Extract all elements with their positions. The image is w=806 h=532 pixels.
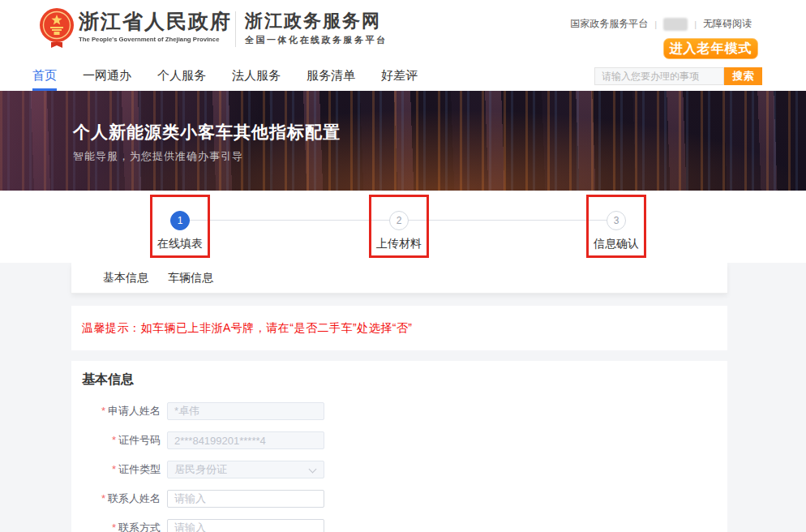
field-input[interactable]: 请输入 — [167, 490, 324, 508]
form-field-row: *申请人姓名 *卓伟 — [82, 402, 727, 420]
main-nav: 首页 一网通办 个人服务 法人服务 服务清单 好差评 搜索 — [0, 61, 806, 91]
field-label: *申请人姓名 — [82, 404, 161, 418]
gov-name-cn: 浙江省人民政府 — [79, 11, 242, 33]
page-subtitle: 智能导服，为您提供准确办事引导 — [73, 149, 243, 164]
field-input[interactable]: 居民身份证 — [167, 461, 324, 478]
search-button[interactable]: 搜索 — [724, 67, 762, 85]
field-label: *证件类型 — [82, 462, 161, 477]
nav-items: 首页 一网通办 个人服务 法人服务 服务清单 好差评 — [32, 61, 418, 91]
top-header: 浙江省人民政府 The People's Government of Zheji… — [0, 0, 806, 61]
senior-mode-button[interactable]: 进入老年模式 — [663, 38, 758, 59]
form-field-row: *证件类型 居民身份证 — [82, 461, 727, 478]
accessibility-link[interactable]: 无障碍阅读 — [703, 17, 752, 31]
step-label: 信息确认 — [594, 237, 639, 251]
field-input[interactable]: *卓伟 — [167, 402, 324, 420]
notice-panel: 温馨提示：如车辆已上非浙A号牌，请在“是否二手车”处选择“否” — [71, 306, 727, 350]
required-asterisk: * — [101, 492, 105, 504]
field-placeholder: 请输入 — [174, 521, 206, 532]
portal-tagline: 全国一体化在线政务服务平台 — [245, 34, 388, 46]
field-value: *卓伟 — [174, 404, 199, 418]
required-asterisk: * — [112, 463, 116, 475]
step-label: 在线填表 — [157, 237, 203, 251]
header-links: 国家政务服务平台 | | 无障碍阅读 — [570, 17, 752, 31]
chevron-down-icon — [309, 466, 317, 474]
required-asterisk: * — [112, 521, 116, 532]
redacted-username — [663, 18, 688, 31]
page-title: 个人新能源类小客车其他指标配置 — [73, 121, 341, 144]
nav-item[interactable]: 好差评 — [381, 61, 418, 91]
field-label: *联系人姓名 — [82, 491, 161, 506]
required-asterisk: * — [101, 405, 105, 417]
steps-section: 1 在线填表 2 上传材料 3 信息确认 — [0, 191, 806, 263]
tab-bar: 基本信息 车辆信息 — [71, 263, 727, 294]
tab[interactable]: 基本信息 — [103, 271, 148, 285]
form-field-row: *证件号码 2***84199201*****4 — [82, 431, 727, 449]
field-value: 2***84199201*****4 — [174, 435, 266, 447]
step-circle: 1 — [170, 211, 190, 230]
national-emblem-logo — [37, 6, 76, 52]
form-field-row: *联系方式 请输入 — [82, 519, 727, 532]
header-divider — [235, 11, 236, 47]
nav-item[interactable]: 法人服务 — [232, 61, 281, 91]
link-separator: | — [694, 19, 697, 29]
gov-title-block: 浙江省人民政府 The People's Government of Zheji… — [79, 11, 242, 44]
page: 浙江省人民政府 The People's Government of Zheji… — [0, 0, 806, 532]
field-label: *证件号码 — [82, 433, 161, 448]
form-field-row: *联系人姓名 请输入 — [82, 490, 727, 508]
search-input[interactable] — [594, 67, 724, 85]
form-section-title: 基本信息 — [82, 371, 727, 388]
banner: 个人新能源类小客车其他指标配置 智能导服，为您提供准确办事引导 — [0, 91, 806, 191]
field-label: *联系方式 — [82, 521, 161, 532]
step-label: 上传材料 — [376, 237, 422, 251]
national-platform-link[interactable]: 国家政务服务平台 — [570, 17, 648, 31]
field-input[interactable]: 请输入 — [167, 519, 324, 532]
form-panel: 基本信息 *申请人姓名 *卓伟 *证件号码 2***84199201*****4 — [71, 361, 727, 532]
portal-name: 浙江政务服务网 — [245, 11, 388, 31]
required-asterisk: * — [112, 434, 116, 446]
link-separator: | — [654, 19, 657, 29]
portal-title-block: 浙江政务服务网 全国一体化在线政务服务平台 — [245, 11, 388, 46]
nav-item[interactable]: 个人服务 — [157, 61, 206, 91]
field-value: 居民身份证 — [174, 462, 227, 477]
step-circle: 2 — [389, 211, 409, 230]
nav-item[interactable]: 一网通办 — [83, 61, 131, 91]
form-rows: *申请人姓名 *卓伟 *证件号码 2***84199201*****4 — [82, 402, 727, 532]
step-circle: 3 — [607, 211, 626, 230]
notice-text: 温馨提示：如车辆已上非浙A号牌，请在“是否二手车”处选择“否” — [82, 321, 413, 336]
gov-name-en: The People's Government of Zhejiang Prov… — [79, 36, 219, 43]
nav-item[interactable]: 服务清单 — [307, 61, 355, 91]
field-input[interactable]: 2***84199201*****4 — [167, 431, 324, 449]
nav-item[interactable]: 首页 — [32, 61, 57, 91]
field-placeholder: 请输入 — [174, 491, 206, 506]
tab[interactable]: 车辆信息 — [168, 271, 213, 285]
